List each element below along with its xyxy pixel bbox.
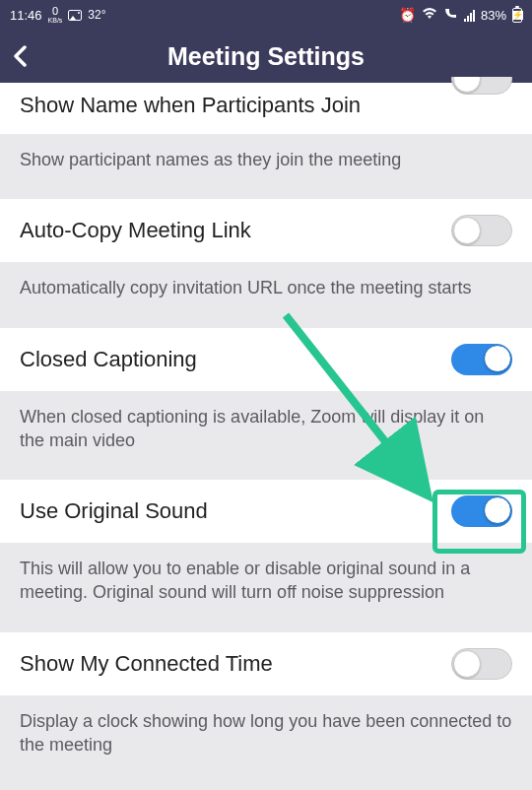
setting-desc: Automatically copy invitation URL once t… — [0, 262, 532, 327]
wifi-icon — [422, 8, 437, 23]
kbps-indicator: 0 KB/s — [48, 6, 63, 24]
setting-desc: Display a clock showing how long you hav… — [0, 695, 532, 785]
page-title: Meeting Settings — [0, 42, 532, 71]
battery-icon: ⚡ — [512, 8, 522, 23]
toggle-wrap[interactable] — [451, 77, 512, 99]
volte-icon — [443, 7, 458, 23]
picture-icon — [68, 10, 82, 21]
setting-title: Show Name when Participants Join — [20, 93, 361, 118]
setting-desc: When closed captioning is available, Zoo… — [0, 391, 532, 481]
status-time: 11:46 — [10, 8, 42, 23]
setting-title: Closed Captioning — [20, 347, 197, 372]
status-left: 11:46 0 KB/s 32° — [10, 6, 106, 24]
signal-icon — [464, 9, 475, 22]
setting-row-closed-caption[interactable]: Closed Captioning — [0, 328, 532, 391]
setting-row-original-sound[interactable]: Use Original Sound — [0, 480, 532, 543]
setting-row-connected-time[interactable]: Show My Connected Time — [0, 632, 532, 695]
battery-percent: 83% — [481, 8, 506, 23]
toggle-show-name[interactable] — [451, 77, 512, 95]
setting-title: Use Original Sound — [20, 498, 208, 524]
alarm-icon: ⏰ — [399, 7, 416, 23]
toggle-original-sound[interactable] — [451, 495, 512, 527]
setting-title: Auto-Copy Meeting Link — [20, 218, 251, 243]
setting-row-show-name[interactable]: Show Name when Participants Join — [0, 83, 532, 134]
back-button[interactable] — [0, 30, 39, 83]
chevron-left-icon — [13, 45, 27, 67]
setting-title: Show My Connected Time — [20, 651, 273, 677]
setting-desc: Show participant names as they join the … — [0, 134, 532, 199]
setting-desc: This will allow you to enable or disable… — [0, 543, 532, 632]
status-temp: 32° — [88, 8, 105, 22]
setting-row-auto-copy[interactable]: Auto-Copy Meeting Link — [0, 199, 532, 262]
status-right: ⏰ 83% ⚡ — [399, 7, 522, 23]
toggle-closed-caption[interactable] — [451, 344, 512, 375]
toggle-auto-copy[interactable] — [451, 215, 512, 246]
toggle-connected-time[interactable] — [451, 648, 512, 680]
header: Meeting Settings — [0, 30, 532, 83]
status-bar: 11:46 0 KB/s 32° ⏰ 83% ⚡ — [0, 0, 532, 30]
